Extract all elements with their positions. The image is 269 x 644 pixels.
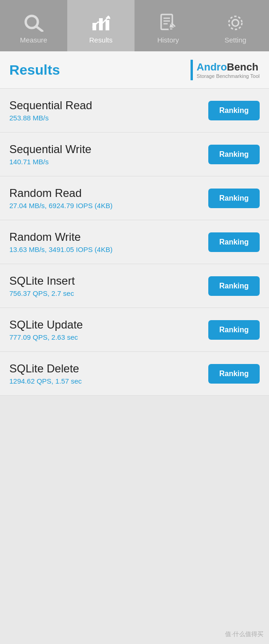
document-edit-icon <box>158 13 178 33</box>
result-info: SQLite Delete1294.62 QPS, 1.57 sec <box>9 362 82 385</box>
watermark: 值·什么值得买 <box>225 630 263 638</box>
tab-bar: Measure Results <box>0 0 269 51</box>
tab-results-label: Results <box>89 36 113 44</box>
result-row: Sequential Write140.71 MB/sRanking <box>0 133 269 176</box>
watermark-text: 值·什么值得买 <box>225 630 263 638</box>
svg-line-1 <box>36 27 42 31</box>
ranking-button[interactable]: Ranking <box>208 320 260 340</box>
tab-history-label: History <box>157 36 179 44</box>
svg-rect-3 <box>99 18 103 30</box>
result-info: Sequential Write140.71 MB/s <box>9 143 92 166</box>
tab-setting-label: Setting <box>225 36 247 44</box>
page-header: Results AndroBench Storage Benchmarking … <box>0 51 269 89</box>
tab-setting[interactable]: Setting <box>202 0 269 51</box>
results-list: Sequential Read253.88 MB/sRankingSequent… <box>0 89 269 396</box>
result-info: Random Read27.04 MB/s, 6924.79 IOPS (4KB… <box>9 187 113 210</box>
result-name: SQLite Insert <box>9 274 75 287</box>
result-name: Random Read <box>9 187 113 200</box>
bar-chart-icon <box>91 13 111 33</box>
result-value: 1294.62 QPS, 1.57 sec <box>9 377 82 385</box>
result-name: Random Write <box>9 231 113 244</box>
svg-point-16 <box>229 16 242 29</box>
result-row: Sequential Read253.88 MB/sRanking <box>0 89 269 133</box>
result-row: Random Write13.63 MB/s, 3491.05 IOPS (4K… <box>0 220 269 264</box>
brand-bar-accent <box>191 60 193 80</box>
ranking-button[interactable]: Ranking <box>208 145 260 164</box>
search-icon <box>23 13 44 33</box>
result-row: SQLite Update777.09 QPS, 2.63 secRanking <box>0 308 269 352</box>
tab-history[interactable]: History <box>134 0 202 51</box>
page-title: Results <box>9 62 60 78</box>
result-value: 27.04 MB/s, 6924.79 IOPS (4KB) <box>9 202 113 210</box>
tab-measure[interactable]: Measure <box>0 0 67 51</box>
result-value: 253.88 MB/s <box>9 114 92 122</box>
result-name: Sequential Read <box>9 99 92 112</box>
svg-point-15 <box>232 20 239 26</box>
ranking-button[interactable]: Ranking <box>208 189 260 208</box>
result-value: 140.71 MB/s <box>9 158 92 166</box>
brand-name: AndroBench <box>197 61 260 73</box>
ranking-button[interactable]: Ranking <box>208 364 260 384</box>
brand-name-part2: Bench <box>227 61 258 73</box>
svg-rect-4 <box>106 20 109 30</box>
result-row: SQLite Insert756.37 QPS, 2.7 secRanking <box>0 264 269 308</box>
result-value: 756.37 QPS, 2.7 sec <box>9 289 75 297</box>
result-value: 13.63 MB/s, 3491.05 IOPS (4KB) <box>9 245 113 253</box>
brand-subtitle: Storage Benchmarking Tool <box>197 73 260 79</box>
tab-measure-label: Measure <box>20 36 47 44</box>
ranking-button[interactable]: Ranking <box>208 101 260 120</box>
result-info: Sequential Read253.88 MB/s <box>9 99 92 122</box>
result-row: Random Read27.04 MB/s, 6924.79 IOPS (4KB… <box>0 176 269 220</box>
result-name: SQLite Delete <box>9 362 82 375</box>
result-value: 777.09 QPS, 2.63 sec <box>9 333 83 341</box>
brand-text: AndroBench Storage Benchmarking Tool <box>197 61 260 79</box>
result-row: SQLite Delete1294.62 QPS, 1.57 secRankin… <box>0 352 269 396</box>
brand-name-part1: Andro <box>197 61 227 73</box>
result-info: SQLite Update777.09 QPS, 2.63 sec <box>9 318 83 341</box>
gear-icon <box>225 13 246 33</box>
tab-results[interactable]: Results <box>67 0 134 51</box>
result-name: Sequential Write <box>9 143 92 156</box>
brand-logo: AndroBench Storage Benchmarking Tool <box>191 60 260 80</box>
ranking-button[interactable]: Ranking <box>208 232 260 252</box>
result-name: SQLite Update <box>9 318 83 331</box>
result-info: SQLite Insert756.37 QPS, 2.7 sec <box>9 274 75 297</box>
result-info: Random Write13.63 MB/s, 3491.05 IOPS (4K… <box>9 231 113 253</box>
ranking-button[interactable]: Ranking <box>208 276 260 296</box>
